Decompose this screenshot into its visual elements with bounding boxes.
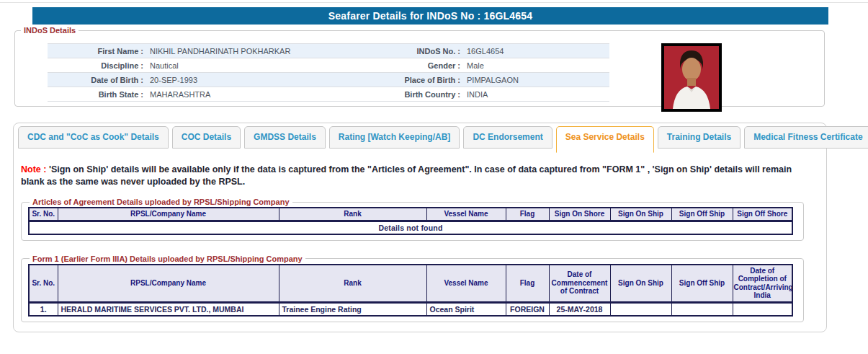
page-title: Seafarer Details for INDoS No : 16GL4654	[32, 7, 828, 25]
field-label: First Name :	[48, 44, 148, 58]
content-panel: CDC and "CoC as Cook" Details COC Detail…	[13, 123, 827, 332]
col-header-sign-off-ship: Sign Off Ship	[671, 208, 733, 221]
field-value: 20-SEP-1993	[148, 73, 386, 87]
col-header-vessel-name: Vessel Name	[426, 208, 506, 221]
details-row: Discipline : Nautical Gender : Male	[48, 58, 609, 73]
field-value: NIKHIL PANDHARINATH POKHARKAR	[148, 44, 386, 58]
empty-row: Details not found	[29, 221, 792, 234]
details-not-found-message: Details not found	[29, 221, 792, 234]
col-header-flag: Flag	[506, 265, 549, 303]
form1-legend: Form 1 (Earlier Form IIIA) Details uploa…	[30, 255, 305, 263]
cell-sign-off-ship	[671, 302, 733, 316]
tab-bar: CDC and "CoC as Cook" Details COC Detail…	[18, 126, 826, 152]
articles-legend: Articles of Agreement Details uploaded b…	[30, 198, 292, 206]
tab-coc-details[interactable]: COC Details	[172, 126, 241, 149]
col-header-sign-on-ship: Sign On Ship	[610, 265, 671, 303]
field-value: MAHARASHTRA	[148, 87, 386, 102]
articles-table: Sr. No. RPSL/Company Name Rank Vessel Na…	[28, 207, 793, 235]
field-label: Birth Country :	[386, 87, 465, 102]
cell-vessel-name: Ocean Spirit	[426, 302, 506, 316]
col-header-sign-on-shore: Sign On Shore	[549, 208, 610, 221]
col-header-sign-on-ship: Sign On Ship	[610, 208, 671, 221]
seafarer-photo	[661, 43, 722, 112]
col-header-sign-off-shore: Sign Off Shore	[733, 208, 792, 221]
indos-details-legend: INDoS Details	[21, 26, 79, 35]
field-value: Nautical	[148, 58, 386, 73]
tab-gmdss-details[interactable]: GMDSS Details	[244, 126, 326, 149]
col-header-company: RPSL/Company Name	[58, 265, 279, 303]
field-label: Birth State :	[48, 87, 148, 102]
field-label: Date of Birth :	[48, 73, 148, 87]
cell-sign-on-ship	[610, 302, 671, 316]
table-row: 1. HERALD MARITIME SERVICES PVT. LTD., M…	[29, 302, 792, 316]
field-label: Place of Birth :	[386, 73, 465, 87]
col-header-sr-no: Sr. No.	[29, 208, 58, 221]
indos-details-section: INDoS Details First Name : NIKHIL PANDHA…	[14, 26, 825, 107]
field-label: Discipline :	[48, 58, 148, 73]
articles-header-row: Sr. No. RPSL/Company Name Rank Vessel Na…	[29, 208, 792, 221]
field-label: Gender :	[386, 58, 465, 73]
form1-table: Sr. No. RPSL/Company Name Rank Vessel Na…	[28, 264, 793, 317]
field-value: INDIA	[465, 87, 609, 102]
tab-cdc-coc-as-cook-details[interactable]: CDC and "CoC as Cook" Details	[18, 126, 169, 149]
form1-section: Form 1 (Earlier Form IIIA) Details uploa…	[21, 255, 804, 322]
field-label: INDoS No. :	[386, 44, 465, 58]
articles-of-agreement-section: Articles of Agreement Details uploaded b…	[21, 198, 804, 241]
col-header-flag: Flag	[506, 208, 549, 221]
details-row: Birth State : MAHARASHTRA Birth Country …	[48, 87, 609, 102]
cell-date-of-completion	[733, 302, 792, 316]
col-header-rank: Rank	[279, 265, 426, 303]
cell-rank: Trainee Engine Rating	[279, 302, 426, 316]
cell-flag: FOREIGN	[506, 302, 549, 316]
col-header-company: RPSL/Company Name	[58, 208, 279, 221]
col-header-sr-no: Sr. No.	[29, 265, 58, 303]
field-value: 16GL4654	[465, 44, 609, 58]
tab-training-details[interactable]: Training Details	[658, 126, 741, 149]
form1-header-row: Sr. No. RPSL/Company Name Rank Vessel Na…	[29, 265, 792, 303]
cell-company: HERALD MARITIME SERVICES PVT. LTD., MUMB…	[58, 302, 279, 316]
col-header-sign-off-ship: Sign Off Ship	[671, 265, 733, 303]
note-body: 'Sign on Ship' details will be available…	[21, 164, 792, 187]
tab-dc-endorsement[interactable]: DC Endorsement	[463, 126, 552, 149]
col-header-date-of-completion: Date of Completion of Contract/Arriving …	[733, 265, 792, 303]
note-prefix: Note :	[21, 164, 46, 174]
details-row: Date of Birth : 20-SEP-1993 Place of Bir…	[48, 73, 609, 87]
top-divider	[0, 2, 868, 3]
col-header-rank: Rank	[279, 208, 426, 221]
portrait-image	[664, 46, 719, 109]
tab-medical-fitness-certificate[interactable]: Medical Fitness Certificate	[744, 126, 868, 149]
col-header-date-of-commencement: Date of Commencement of Contract	[549, 265, 610, 303]
field-value: PIMPALGAON	[465, 73, 609, 87]
tab-sea-service-details[interactable]: Sea Service Details	[556, 126, 654, 153]
cell-date-of-commencement: 25-MAY-2018	[549, 302, 610, 316]
col-header-vessel-name: Vessel Name	[426, 265, 506, 303]
note-text: Note : 'Sign on Ship' details will be av…	[21, 164, 802, 187]
tab-rating-watch-keeping-ab[interactable]: Rating [Watch Keeping/AB]	[329, 126, 460, 149]
details-row: First Name : NIKHIL PANDHARINATH POKHARK…	[48, 44, 609, 58]
field-value: Male	[465, 58, 609, 73]
indos-details-table: First Name : NIKHIL PANDHARINATH POKHARK…	[48, 43, 609, 102]
cell-sr-no: 1.	[29, 302, 58, 316]
